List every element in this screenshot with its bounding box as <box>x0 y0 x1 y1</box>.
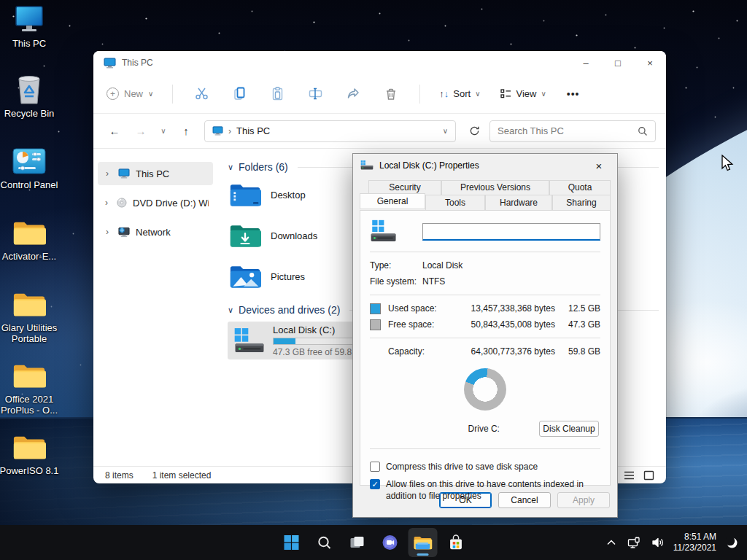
folder-label: Pictures <box>271 271 305 282</box>
starfield <box>0 0 1 1</box>
chevron-up-icon <box>607 540 616 545</box>
mouse-cursor <box>719 155 735 172</box>
volume-label-input[interactable] <box>422 223 600 241</box>
compress-checkbox-row[interactable]: Compress this drive to save disk space <box>370 461 600 472</box>
cut-button[interactable] <box>185 87 218 101</box>
share-button[interactable] <box>336 87 370 101</box>
selection-count: 1 item selected <box>152 470 212 481</box>
more-options-button[interactable]: ••• <box>558 88 589 100</box>
copy-button[interactable] <box>222 87 256 101</box>
moon-icon <box>726 537 738 549</box>
window-controls: – □ × <box>570 51 666 74</box>
taskbar-clock[interactable]: 8:51 AM 11/23/2021 <box>673 532 716 553</box>
chat-button[interactable] <box>376 528 405 557</box>
view-button[interactable]: View ∨ <box>492 88 554 100</box>
desktop-icon-activator[interactable]: Activator-E... <box>0 217 69 262</box>
tab-security[interactable]: Security <box>368 180 441 195</box>
disk-cleanup-button[interactable]: Disk Cleanup <box>539 421 599 437</box>
search-input[interactable]: Search This PC <box>489 120 656 142</box>
delete-button[interactable] <box>374 88 408 101</box>
desktop-icon-this-pc[interactable]: This PC <box>0 4 69 49</box>
toolbar-divider <box>419 85 420 104</box>
expand-chevron-icon[interactable]: › <box>102 198 111 208</box>
volume-tray-button[interactable] <box>650 528 666 557</box>
desktop: This PC Recycle Bin Control Panel Activa… <box>0 0 747 560</box>
recent-locations-chevron-icon[interactable]: ∨ <box>156 120 171 142</box>
network-tray-button[interactable] <box>627 528 643 557</box>
nav-item-network[interactable]: › Network <box>98 220 213 244</box>
trash-icon <box>384 88 398 101</box>
drive-c-label: Drive C: <box>468 424 500 434</box>
maximize-button[interactable]: □ <box>602 51 634 74</box>
explorer-titlebar[interactable]: This PC – □ × <box>93 51 666 74</box>
file-explorer-icon <box>414 534 433 551</box>
used-space-bytes: 13,457,338,368 bytes <box>449 303 555 314</box>
desktop-icon-recycle-bin[interactable]: Recycle Bin <box>0 74 69 119</box>
tab-general[interactable]: General <box>360 193 425 209</box>
rename-icon <box>309 87 322 101</box>
collapse-chevron-icon[interactable]: ∨ <box>228 163 233 172</box>
compress-checkbox[interactable] <box>370 462 380 472</box>
view-toggles <box>624 470 654 481</box>
breadcrumb-location[interactable]: This PC <box>236 125 270 136</box>
tab-hardware[interactable]: Hardware <box>485 195 552 211</box>
start-button[interactable] <box>277 528 306 557</box>
store-button[interactable] <box>441 528 471 557</box>
sort-button[interactable]: ↑↓ Sort ∨ <box>432 88 487 99</box>
chevron-down-icon: ∨ <box>475 90 480 98</box>
tab-quota[interactable]: Quota <box>549 180 611 195</box>
view-icon <box>500 88 512 100</box>
expand-chevron-icon[interactable]: › <box>102 227 112 237</box>
nav-item-dvd-drive[interactable]: › DVD Drive (D:) Wind <box>98 191 213 214</box>
desktop-icon-label: Activator-E... <box>2 251 56 262</box>
details-view-icon[interactable] <box>624 470 635 481</box>
tab-previous-versions[interactable]: Previous Versions <box>441 180 549 195</box>
rename-button[interactable] <box>298 87 332 101</box>
task-view-button[interactable] <box>343 528 372 557</box>
filesystem-row: File system: NTFS <box>370 273 600 289</box>
back-button[interactable]: ← <box>104 120 125 142</box>
search-placeholder: Search This PC <box>498 125 638 136</box>
new-button[interactable]: + New ∨ <box>107 88 153 100</box>
hidden-icons-button[interactable] <box>603 528 619 557</box>
divider <box>370 338 600 338</box>
index-checkbox-row[interactable]: ✓ Allow files on this drive to have cont… <box>370 478 600 502</box>
tab-tools[interactable]: Tools <box>425 195 485 211</box>
minimize-button[interactable]: – <box>570 51 602 74</box>
network-icon <box>118 227 130 238</box>
chevron-down-icon: ∨ <box>148 90 153 98</box>
recycle-bin-icon <box>12 74 46 105</box>
address-dropdown-chevron-icon[interactable]: ∨ <box>443 127 448 135</box>
up-button[interactable]: ↑ <box>175 120 197 142</box>
breadcrumb[interactable]: › This PC ∨ <box>204 120 456 142</box>
large-icons-view-icon[interactable] <box>643 470 654 481</box>
dialog-close-button[interactable]: × <box>588 157 610 174</box>
desktop-icon-glary[interactable]: Glary Utilities Portable <box>0 289 69 344</box>
network-ethernet-icon <box>627 537 641 549</box>
nav-item-this-pc[interactable]: › This PC <box>98 162 213 185</box>
desktop-icon-office[interactable]: Office 2021 ProPlus - O... <box>0 360 69 416</box>
task-view-icon <box>349 534 365 551</box>
desktop-icon-control-panel[interactable]: Control Panel <box>0 146 69 190</box>
capacity-row: Capacity: 64,300,773,376 bytes 59.8 GB <box>370 343 600 359</box>
close-button[interactable]: × <box>634 51 666 74</box>
expand-chevron-icon[interactable]: › <box>102 168 112 179</box>
collapse-chevron-icon[interactable]: ∨ <box>228 306 233 315</box>
paste-button[interactable] <box>260 87 294 101</box>
dialog-titlebar[interactable]: Local Disk (C:) Properties × <box>353 154 617 177</box>
desktop-icon-poweriso[interactable]: PowerISO 8.1 <box>0 432 69 476</box>
tab-sharing[interactable]: Sharing <box>552 195 611 211</box>
pictures-folder-icon <box>229 263 261 289</box>
chevron-down-icon: ∨ <box>541 90 546 98</box>
index-checkbox[interactable]: ✓ <box>370 479 380 489</box>
file-explorer-button[interactable] <box>409 528 438 557</box>
forward-button[interactable]: → <box>130 120 152 142</box>
search-button[interactable] <box>310 528 339 557</box>
type-label: Type: <box>370 260 422 271</box>
search-icon <box>638 126 648 136</box>
search-icon <box>317 535 332 551</box>
refresh-button[interactable] <box>463 120 485 142</box>
desktop-folder-icon <box>229 182 261 208</box>
desktop-icon-label: This PC <box>12 38 46 49</box>
focus-assist-button[interactable] <box>724 528 740 557</box>
